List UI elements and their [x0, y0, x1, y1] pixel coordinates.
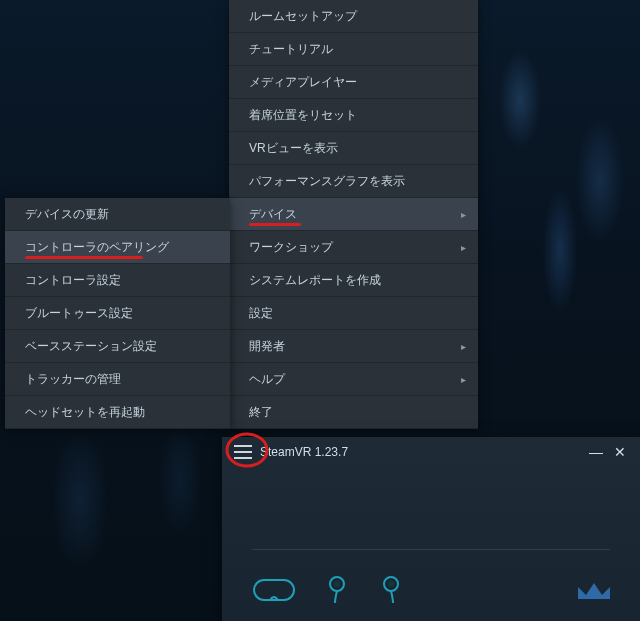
hamburger-menu-icon[interactable] [234, 445, 252, 459]
vr-now-icon[interactable] [574, 577, 614, 607]
menu-item-label: ブルートゥース設定 [25, 306, 133, 320]
menu-item-label: VRビューを表示 [249, 141, 338, 155]
steamvr-window: SteamVR 1.23.7 — ✕ [222, 437, 640, 621]
submenu-item-restart-headset[interactable]: ヘッドセットを再起動 [5, 396, 230, 429]
close-button[interactable]: ✕ [608, 444, 632, 460]
annotation-underline [249, 223, 301, 226]
menu-item-label: メディアプレイヤー [249, 75, 357, 89]
menu-item-label: パフォーマンスグラフを表示 [249, 174, 405, 188]
menu-item-help[interactable]: ヘルプ ▸ [229, 363, 478, 396]
controller-left-icon[interactable] [324, 575, 350, 609]
submenu-item-controller-settings[interactable]: コントローラ設定 [5, 264, 230, 297]
main-context-menu: ルームセットアップ チュートリアル メディアプレイヤー 着席位置をリセット VR… [229, 0, 478, 429]
svg-point-4 [388, 581, 394, 587]
menu-item-label: コントローラのペアリング [25, 240, 169, 254]
chevron-right-icon: ▸ [461, 231, 466, 264]
menu-item-show-perf-graph[interactable]: パフォーマンスグラフを表示 [229, 165, 478, 198]
menu-item-label: ベースステーション設定 [25, 339, 157, 353]
menu-item-label: システムレポートを作成 [249, 273, 381, 287]
devices-submenu: デバイスの更新 コントローラのペアリング コントローラ設定 ブルートゥース設定 … [5, 198, 230, 429]
submenu-item-basestation-settings[interactable]: ベースステーション設定 [5, 330, 230, 363]
menu-item-label: デバイスの更新 [25, 207, 109, 221]
menu-item-tutorial[interactable]: チュートリアル [229, 33, 478, 66]
menu-item-media-player[interactable]: メディアプレイヤー [229, 66, 478, 99]
menu-item-show-vr-view[interactable]: VRビューを表示 [229, 132, 478, 165]
minimize-button[interactable]: — [584, 444, 608, 460]
menu-item-label: デバイス [249, 207, 297, 221]
submenu-item-update-devices[interactable]: デバイスの更新 [5, 198, 230, 231]
submenu-item-pair-controller[interactable]: コントローラのペアリング [5, 231, 230, 264]
menu-item-label: 着席位置をリセット [249, 108, 357, 122]
menu-item-label: コントローラ設定 [25, 273, 121, 287]
menu-item-label: ヘルプ [249, 372, 285, 386]
menu-item-room-setup[interactable]: ルームセットアップ [229, 0, 478, 33]
chevron-right-icon: ▸ [461, 198, 466, 231]
annotation-underline [25, 256, 143, 259]
chevron-right-icon: ▸ [461, 330, 466, 363]
menu-item-label: ワークショップ [249, 240, 333, 254]
device-status-row [252, 575, 404, 609]
menu-item-system-report[interactable]: システムレポートを作成 [229, 264, 478, 297]
submenu-item-bluetooth-settings[interactable]: ブルートゥース設定 [5, 297, 230, 330]
menu-item-reset-seated[interactable]: 着席位置をリセット [229, 99, 478, 132]
submenu-item-manage-trackers[interactable]: トラッカーの管理 [5, 363, 230, 396]
menu-item-label: ヘッドセットを再起動 [25, 405, 145, 419]
menu-item-quit[interactable]: 終了 [229, 396, 478, 429]
controller-right-icon[interactable] [378, 575, 404, 609]
menu-item-devices[interactable]: デバイス ▸ [229, 198, 478, 231]
chevron-right-icon: ▸ [461, 363, 466, 396]
menu-item-label: 開発者 [249, 339, 285, 353]
menu-item-label: チュートリアル [249, 42, 333, 56]
menu-item-label: トラッカーの管理 [25, 372, 121, 386]
svg-point-2 [334, 581, 340, 587]
menu-item-label: ルームセットアップ [249, 9, 357, 23]
menu-item-label: 設定 [249, 306, 273, 320]
divider [252, 549, 610, 550]
menu-item-developer[interactable]: 開発者 ▸ [229, 330, 478, 363]
titlebar: SteamVR 1.23.7 — ✕ [222, 437, 640, 467]
menu-item-label: 終了 [249, 405, 273, 419]
menu-item-settings[interactable]: 設定 [229, 297, 478, 330]
menu-item-workshop[interactable]: ワークショップ ▸ [229, 231, 478, 264]
hmd-icon[interactable] [252, 576, 296, 608]
window-title: SteamVR 1.23.7 [260, 445, 348, 459]
